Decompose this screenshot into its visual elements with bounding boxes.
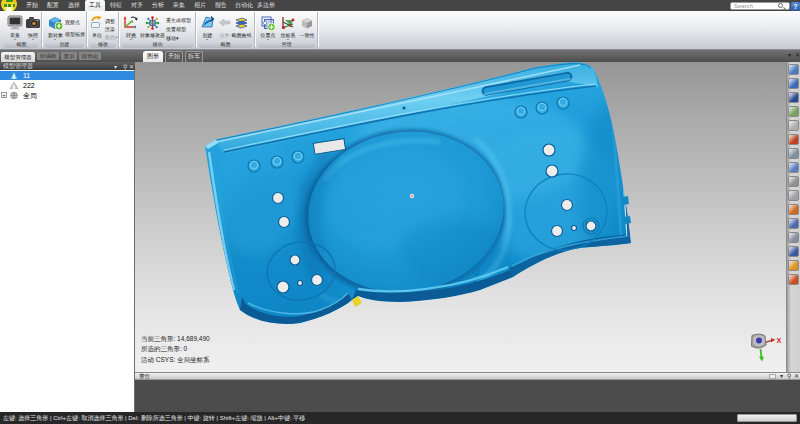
svg-text:X: X <box>777 337 782 344</box>
